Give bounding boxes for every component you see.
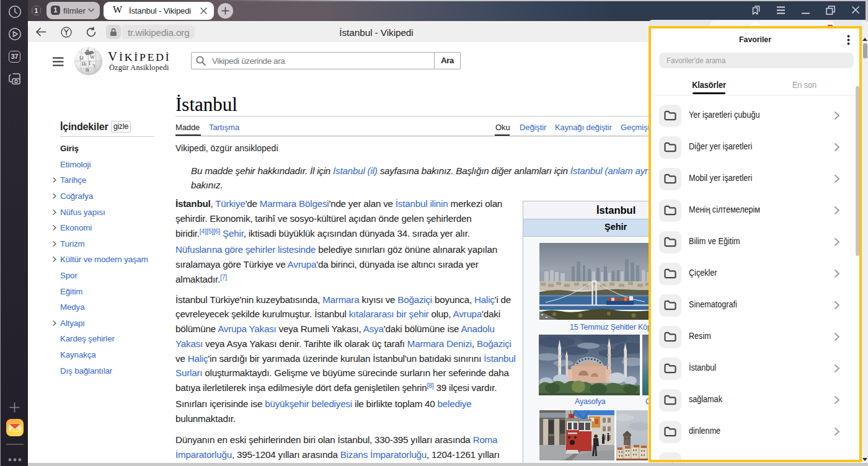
svg-text:W: W bbox=[90, 55, 95, 60]
svg-text:٦: ٦ bbox=[92, 63, 95, 69]
svg-text:ति: ति bbox=[85, 68, 90, 73]
svg-text:Ω: Ω bbox=[79, 55, 84, 61]
svg-text:İ: İ bbox=[89, 60, 91, 66]
svg-text:Ƕ: Ƕ bbox=[82, 61, 87, 67]
